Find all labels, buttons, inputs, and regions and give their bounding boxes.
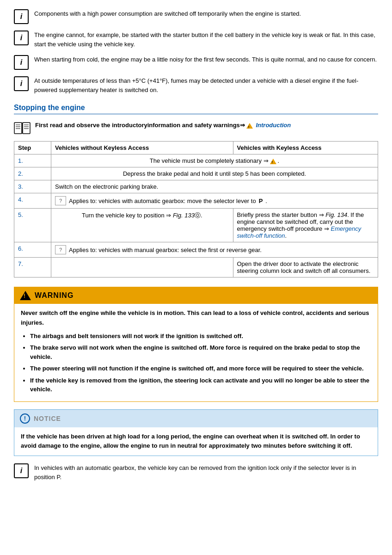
- info-block-bottom: i In vehicles with an automatic gearbox,…: [14, 463, 378, 481]
- info-icon-1: i: [14, 9, 29, 24]
- step-num-3: 3.: [14, 180, 51, 193]
- info-block-1: i Components with a high power consumpti…: [14, 9, 378, 24]
- step-num-5: 5.: [14, 209, 51, 242]
- table-row: 2. Depress the brake pedal and hold it u…: [14, 167, 378, 180]
- info-icon-bottom: i: [14, 463, 29, 478]
- row6-content: ? Applies to: vehicles with manual gearb…: [51, 242, 378, 258]
- step-num-4: 4.: [14, 193, 51, 209]
- read-first-text: First read and observe the introductoryi…: [35, 121, 291, 130]
- warning-triangle-icon: [20, 291, 31, 300]
- book-icon: [14, 122, 31, 135]
- table-row: 5. Turn the vehicle key to position ⇒ Fi…: [14, 209, 378, 242]
- row4-content: ? Applies to: vehicles with automatic ge…: [51, 193, 378, 209]
- info-block-3: i When starting from cold, the engine ma…: [14, 55, 378, 70]
- warning-box: WARNING Never switch off the engine whil…: [14, 287, 378, 402]
- col-header-with-keyless: Vehicles with Keyless Access: [233, 142, 378, 154]
- info-icon-2: i: [14, 31, 29, 45]
- table-row: 1. The vehicle must be completely statio…: [14, 154, 378, 167]
- row3-content: Switch on the electronic parking brake.: [51, 180, 378, 193]
- col-header-step: Step: [14, 142, 51, 154]
- warning-bullet-4: If the vehicle key is removed from the i…: [30, 376, 371, 394]
- table-row: 6. ? Applies to: vehicles with manual ge…: [14, 242, 378, 258]
- info-icon-4: i: [14, 76, 29, 91]
- row5-col2: Turn the vehicle key to position ⇒ Fig. …: [51, 209, 233, 242]
- svg-rect-1: [23, 123, 30, 134]
- info-text-2: The engine cannot, for example, be start…: [34, 31, 378, 49]
- warning-bullet-1: The airbags and belt tensioners will not…: [30, 332, 371, 341]
- table-row: 7. Open the driver door to activate the …: [14, 258, 378, 278]
- applies-box-4: ?: [55, 196, 66, 205]
- table-row: 4. ? Applies to: vehicles with automatic…: [14, 193, 378, 209]
- read-first-block: First read and observe the introductoryi…: [14, 121, 378, 135]
- warning-bullet-3: The power steering will not function if …: [30, 364, 371, 373]
- warning-bullet-2: The brake servo will not work when the e…: [30, 343, 371, 361]
- step-num-1: 1.: [14, 154, 51, 167]
- introduction-link[interactable]: Introduction: [256, 122, 291, 129]
- col-header-without-keyless: Vehicles without Keyless Access: [51, 142, 233, 154]
- info-text-4: At outside temperatures of less than +5°…: [34, 76, 378, 94]
- step-num-7: 7.: [14, 258, 51, 278]
- step-num-2: 2.: [14, 167, 51, 180]
- notice-box: ! NOTICE If the vehicle has been driven …: [14, 409, 378, 456]
- info-text-bottom: In vehicles with an automatic gearbox, t…: [34, 463, 378, 481]
- info-block-4: i At outside temperatures of less than +…: [14, 76, 378, 94]
- row1-content: The vehicle must be completely stationar…: [51, 154, 378, 167]
- row7-col3: Open the driver door to activate the ele…: [233, 258, 378, 278]
- emergency-link[interactable]: Emergency switch-off function: [237, 225, 361, 239]
- notice-title: NOTICE: [34, 415, 61, 422]
- applies-box-6: ?: [55, 245, 66, 254]
- warning-main-text: Never switch off the engine while the ve…: [21, 308, 371, 328]
- warning-content: Never switch off the engine while the ve…: [14, 304, 378, 401]
- warning-header: WARNING: [14, 287, 378, 304]
- info-text-3: When starting from cold, the engine may …: [34, 55, 378, 64]
- info-block-2: i The engine cannot, for example, be sta…: [14, 31, 378, 49]
- info-icon-3: i: [14, 55, 29, 70]
- row2-content: Depress the brake pedal and hold it unti…: [51, 167, 378, 180]
- notice-header: ! NOTICE: [14, 410, 378, 427]
- row7-col2: [51, 258, 233, 278]
- notice-content: If the vehicle has been driven at high l…: [14, 427, 378, 456]
- row5-col3: Briefly press the starter button ⇒ Fig. …: [233, 209, 378, 242]
- warning-bullets: The airbags and belt tensioners will not…: [21, 332, 371, 394]
- info-text-1: Components with a high power consumption…: [34, 9, 378, 18]
- section-title: Stopping the engine: [14, 104, 378, 114]
- step-num-6: 6.: [14, 242, 51, 258]
- warning-title: WARNING: [35, 291, 74, 300]
- svg-rect-0: [14, 123, 22, 134]
- steps-table: Step Vehicles without Keyless Access Veh…: [14, 141, 378, 278]
- notice-icon: !: [20, 413, 30, 424]
- table-row: 3. Switch on the electronic parking brak…: [14, 180, 378, 193]
